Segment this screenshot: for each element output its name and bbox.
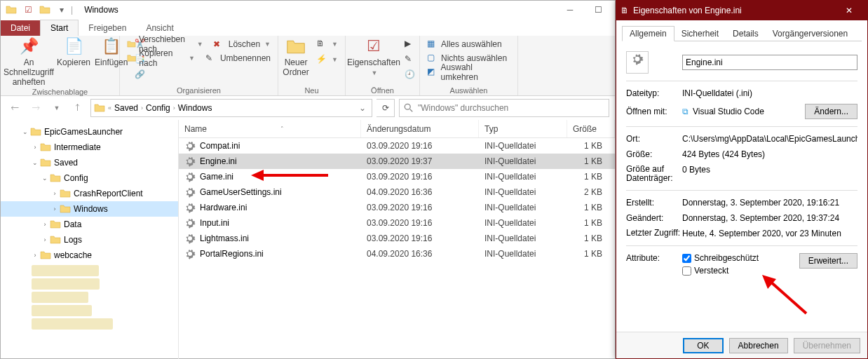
qat-folder-icon[interactable] — [4, 2, 19, 18]
invert-selection-button[interactable]: ◩Auswahl umkehren — [424, 65, 513, 79]
edit-button[interactable]: ✎ — [402, 53, 419, 67]
new-folder-label: Neuer Ordner — [283, 58, 309, 78]
chevron-down-icon[interactable]: ⌄ — [20, 128, 30, 135]
new-item-icon: 🗎 — [316, 39, 327, 50]
file-name: Input.ini — [200, 218, 229, 228]
pin-icon: 📌 — [19, 37, 39, 57]
chevron-right-icon[interactable]: › — [40, 236, 50, 243]
address-bar[interactable]: « Saved› Config› Windows ⌄ — [90, 99, 372, 117]
search-input[interactable]: "Windows" durchsuchen — [399, 99, 609, 117]
file-row[interactable]: Engine.ini03.09.2020 19:37INI-Quelldatei… — [179, 154, 615, 169]
breadcrumb-saved[interactable]: Saved› — [114, 103, 143, 113]
tree-item[interactable]: ›Logs — [1, 232, 178, 248]
forward-button[interactable]: 🡒 — [27, 100, 44, 116]
tree-item-label: webcache — [54, 250, 92, 260]
chevron-left-icon: « — [108, 104, 111, 111]
dialog-close-button[interactable]: ✕ — [835, 1, 863, 20]
qat-new-folder-icon[interactable] — [37, 2, 53, 18]
file-row[interactable]: Game.ini03.09.2020 19:16INI-Quelldatei1 … — [179, 169, 615, 184]
file-date: 03.09.2020 19:16 — [361, 218, 479, 228]
file-row[interactable]: GameUserSettings.ini04.09.2020 16:36INI-… — [179, 184, 615, 200]
new-folder-button[interactable]: Neuer Ordner — [283, 37, 309, 78]
readonly-checkbox[interactable]: Schreibgeschützt — [682, 253, 799, 263]
tab-security[interactable]: Sicherheit — [674, 27, 726, 41]
tab-start[interactable]: Start — [40, 20, 79, 36]
apply-button[interactable]: Übernehmen — [794, 338, 860, 353]
ok-button[interactable]: OK — [683, 338, 723, 353]
readonly-checkbox-input[interactable] — [682, 254, 691, 263]
chevron-down-icon[interactable]: ⌄ — [40, 175, 50, 182]
advanced-button[interactable]: Erweitert... — [799, 253, 857, 269]
tab-details[interactable]: Details — [726, 27, 766, 41]
file-name: Hardware.ini — [200, 203, 247, 212]
file-size: 1 KB — [567, 156, 615, 166]
file-row[interactable]: PortalRegions.ini04.09.2020 16:36INI-Que… — [179, 246, 615, 262]
hidden-checkbox-input[interactable] — [682, 266, 691, 276]
chevron-right-icon[interactable]: › — [40, 221, 50, 228]
filename-input[interactable] — [682, 55, 857, 70]
cancel-button[interactable]: Abbrechen — [729, 338, 788, 353]
chevron-right-icon[interactable]: › — [50, 205, 60, 212]
recent-button[interactable]: ▼ — [48, 100, 65, 116]
file-row[interactable]: Lightmass.ini03.09.2020 19:16INI-Quellda… — [179, 231, 615, 246]
tab-previous-versions[interactable]: Vorgängerversionen — [766, 27, 855, 41]
column-date[interactable]: Änderungsdatum — [361, 120, 479, 137]
copy-to-button[interactable]: Kopieren nach▼ ✎ Umbenennen — [124, 51, 273, 65]
value-accessed: Heute, 4. September 2020, vor 23 Minuten — [682, 229, 857, 238]
pin-quickaccess-button[interactable]: 📌An Schnellzugriff anheften — [5, 37, 53, 87]
menu-file[interactable]: Datei — [1, 20, 40, 36]
group-clipboard-label: Zwischenablage — [5, 87, 115, 96]
breadcrumb-config[interactable]: Config› — [146, 103, 175, 113]
column-type[interactable]: Typ — [479, 120, 567, 137]
breadcrumb-windows[interactable]: Windows — [178, 103, 212, 113]
properties-button[interactable]: ☑Eigenschaften▼ — [350, 37, 398, 76]
column-size[interactable]: Größe — [567, 120, 615, 137]
file-row[interactable]: Compat.ini03.09.2020 19:16INI-Quelldatei… — [179, 138, 615, 154]
file-row[interactable]: Hardware.ini03.09.2020 19:16INI-Quelldat… — [179, 200, 615, 215]
back-button[interactable]: 🡐 — [6, 100, 23, 116]
tree-item[interactable]: ›CrashReportClient — [1, 186, 178, 201]
tree-item[interactable]: ⌄Saved — [1, 155, 178, 170]
qat-dropdown-icon[interactable]: ▾ — [54, 2, 69, 18]
breadcrumb-leading[interactable]: « — [108, 104, 111, 111]
navigation-tree[interactable]: ⌄EpicGamesLauncher›Intermediate⌄Saved⌄Co… — [1, 120, 179, 359]
tree-item[interactable]: ›webcache — [1, 248, 178, 263]
tree-item[interactable]: ⌄Config — [1, 170, 178, 186]
tab-share[interactable]: Freigeben — [79, 20, 136, 36]
chevron-right-icon[interactable]: › — [30, 144, 40, 151]
tab-view[interactable]: Ansicht — [136, 20, 183, 36]
hidden-checkbox[interactable]: Versteckt — [682, 266, 799, 276]
value-created: Donnerstag, 3. September 2020, 19:16:21 — [682, 198, 857, 208]
address-dropdown[interactable]: ⌄ — [356, 100, 369, 116]
tree-item[interactable]: ⌄EpicGamesLauncher — [1, 124, 178, 140]
tab-general[interactable]: Allgemein — [622, 26, 674, 41]
file-row[interactable]: Input.ini03.09.2020 19:16INI-Quelldatei1… — [179, 215, 615, 231]
refresh-button[interactable]: ⟳ — [377, 99, 395, 117]
select-all-button[interactable]: ▦Alles auswählen — [424, 37, 505, 51]
file-type: INI-Quelldatei — [479, 203, 567, 212]
edit-icon: ✎ — [405, 54, 416, 65]
file-date: 03.09.2020 19:16 — [361, 141, 479, 151]
tree-item[interactable]: ›Data — [1, 217, 178, 232]
up-button[interactable]: 🡑 — [69, 100, 86, 116]
chevron-right-icon[interactable]: › — [50, 190, 60, 197]
tree-item[interactable]: ›Windows — [1, 201, 178, 217]
file-date: 03.09.2020 19:37 — [361, 156, 479, 166]
label-created: Erstellt: — [626, 198, 682, 208]
minimize-button[interactable]: ─ — [556, 1, 584, 19]
history-button[interactable]: 🕘 — [402, 68, 419, 82]
qat-properties-icon[interactable]: ☑ — [20, 2, 36, 18]
open-button[interactable]: ▶ — [402, 37, 419, 51]
chevron-right-icon[interactable]: › — [30, 252, 40, 259]
easy-access-button[interactable]: ⚡▼ — [313, 53, 341, 67]
ini-file-icon — [184, 233, 196, 244]
change-app-button[interactable]: Ändern... — [805, 104, 857, 119]
tree-item-label: Saved — [54, 158, 78, 168]
copy-button[interactable]: 📄Kopieren — [57, 37, 90, 68]
maximize-button[interactable]: ☐ — [584, 1, 612, 19]
label-attributes: Attribute: — [626, 253, 682, 276]
new-item-button[interactable]: 🗎▼ — [313, 37, 341, 51]
chevron-down-icon[interactable]: ⌄ — [30, 159, 40, 166]
tree-item[interactable]: ›Intermediate — [1, 140, 178, 155]
column-name[interactable]: Name˄ — [179, 120, 361, 137]
